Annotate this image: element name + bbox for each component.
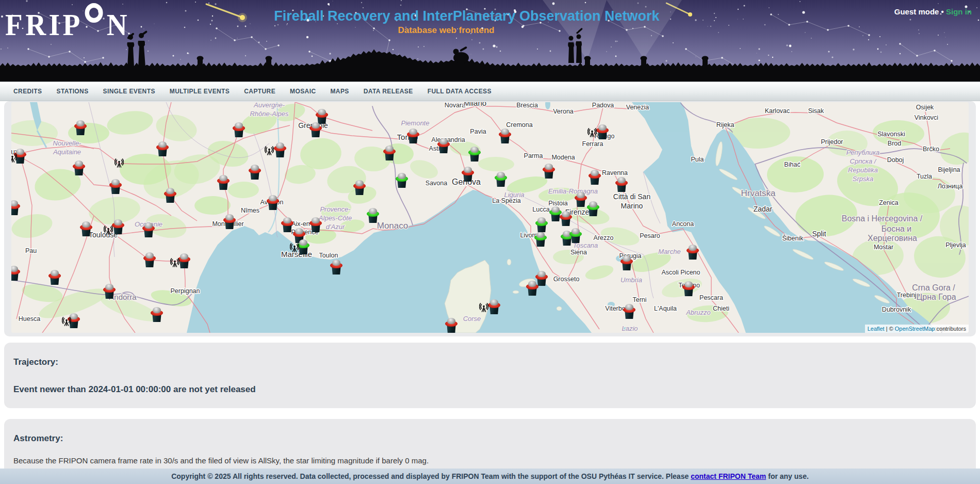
camera-station-marker-red[interactable] — [383, 146, 396, 161]
camera-station-marker-red[interactable] — [80, 221, 92, 237]
camera-station-marker-red[interactable] — [407, 128, 419, 144]
camera-station-marker-green[interactable] — [535, 217, 548, 233]
radio-antenna-marker[interactable] — [265, 146, 274, 156]
camera-station-marker-green[interactable] — [549, 206, 562, 222]
camera-station-marker-red[interactable] — [249, 165, 261, 180]
camera-station-marker-red[interactable] — [112, 219, 124, 235]
map-city-label: Venezia — [626, 104, 649, 111]
openstreetmap-link[interactable]: OpenStreetMap — [895, 326, 935, 332]
camera-station-marker-red[interactable] — [309, 217, 322, 233]
map-city-label: Ferrara — [582, 140, 603, 148]
astrometry-message: Because the FRIPON camera frame rate in … — [13, 456, 967, 465]
camera-station-marker-red[interactable] — [589, 170, 601, 185]
camera-station-marker-red[interactable] — [164, 188, 176, 203]
nav-item-maps[interactable]: MAPS — [323, 88, 356, 95]
camera-station-marker-red[interactable] — [223, 214, 236, 230]
camera-station-marker-green[interactable] — [367, 208, 379, 223]
camera-station-marker-red[interactable] — [274, 142, 286, 158]
camera-station-marker-red[interactable] — [11, 200, 20, 216]
map-city-label: Karlovac — [765, 107, 790, 115]
camera-station-marker-red[interactable] — [687, 245, 699, 260]
radio-antenna-marker[interactable] — [104, 225, 113, 236]
camera-station-marker-red[interactable] — [596, 124, 609, 140]
map-region-label: Srpska — [853, 175, 873, 183]
nav-item-mosaic[interactable]: MOSAIC — [283, 88, 323, 95]
camera-station-marker-red[interactable] — [178, 253, 190, 269]
camera-station-marker-red[interactable] — [575, 192, 587, 207]
camera-station-marker-red[interactable] — [309, 122, 322, 138]
map-city-label: Split — [812, 230, 826, 238]
camera-station-marker-red[interactable] — [74, 120, 87, 136]
nav-item-capture[interactable]: CAPTURE — [237, 88, 283, 95]
camera-station-marker-green[interactable] — [396, 173, 408, 188]
radio-antenna-marker[interactable] — [479, 303, 488, 313]
camera-station-marker-red[interactable] — [353, 180, 366, 196]
camera-station-marker-green[interactable] — [468, 147, 481, 162]
map-city-label: Pistoia — [548, 200, 568, 207]
camera-station-marker-red[interactable] — [462, 167, 474, 182]
camera-station-marker-red[interactable] — [620, 255, 633, 271]
camera-station-marker-red[interactable] — [217, 175, 230, 190]
camera-station-marker-red[interactable] — [156, 141, 169, 157]
camera-station-marker-green[interactable] — [569, 228, 582, 244]
camera-station-marker-red[interactable] — [11, 266, 20, 281]
nav-item-stations[interactable]: STATIONS — [49, 88, 95, 95]
camera-station-marker-red[interactable] — [623, 304, 635, 319]
sign-in-link[interactable]: Sign in — [946, 7, 972, 16]
map-city-label: Mostar — [874, 244, 893, 251]
map-region-label: Emilia-Romagna — [548, 187, 598, 195]
camera-station-marker-red[interactable] — [267, 195, 279, 211]
camera-station-marker-red[interactable] — [682, 281, 695, 297]
footer-text-after: for any use. — [768, 472, 809, 480]
radio-antenna-marker[interactable] — [587, 128, 597, 138]
radio-antenna-marker[interactable] — [62, 317, 71, 327]
camera-station-marker-red[interactable] — [445, 318, 458, 333]
camera-station-marker-red[interactable] — [48, 270, 61, 285]
radio-antenna-marker[interactable] — [115, 158, 124, 169]
camera-station-marker-red[interactable] — [143, 252, 156, 268]
camera-station-marker-green[interactable] — [587, 201, 599, 217]
camera-station-marker-red[interactable] — [543, 164, 555, 179]
map-city-label: Pljevlja — [945, 241, 966, 249]
map-city-label: Pavia — [470, 128, 486, 135]
camera-station-marker-red[interactable] — [73, 160, 85, 176]
camera-station-marker-green[interactable] — [495, 172, 507, 187]
leaflet-map[interactable]: BordeauxToulousePauHuescaPerpignanMontpe… — [11, 102, 969, 333]
camera-station-marker-red[interactable] — [615, 177, 628, 192]
nav-item-multiple-events[interactable]: MULTIPLE EVENTS — [162, 88, 237, 95]
camera-station-marker-red[interactable] — [142, 222, 155, 238]
contact-fripon-link[interactable]: contact FRIPON Team — [691, 472, 766, 480]
map-city-label: Sisak — [808, 107, 824, 115]
map-region-label: Alpes-Côte — [318, 214, 352, 222]
radio-antenna-marker[interactable] — [11, 153, 17, 164]
map-region-label: Provence- — [320, 205, 351, 213]
radio-antenna-marker[interactable] — [170, 258, 179, 268]
camera-station-marker-red[interactable] — [103, 284, 116, 299]
leaflet-link[interactable]: Leaflet — [868, 326, 885, 332]
radio-antenna-marker[interactable] — [290, 243, 299, 253]
nav-item-credits[interactable]: CREDITS — [6, 88, 49, 95]
map-tiles: BordeauxToulousePauHuescaPerpignanMontpe… — [11, 102, 969, 333]
camera-station-marker-red[interactable] — [488, 299, 500, 315]
map-region-label: Aquitaine — [53, 148, 81, 156]
nav-item-single-events[interactable]: SINGLE EVENTS — [96, 88, 162, 95]
camera-station-marker-red[interactable] — [281, 217, 293, 233]
nav-item-full-data-access[interactable]: FULL DATA ACCESS — [420, 88, 499, 95]
trajectory-section: Trajectory: Event newer than 2024-01-01 … — [4, 343, 976, 408]
camera-station-marker-red[interactable] — [437, 138, 450, 154]
map-city-label: L'Aquila — [654, 305, 677, 312]
map-country-label: Hrvatska — [741, 188, 776, 198]
camera-station-marker-red[interactable] — [535, 271, 548, 286]
guest-mode-label: Guest mode — [894, 7, 939, 16]
camera-station-marker-green[interactable] — [534, 232, 547, 247]
camera-station-marker-red[interactable] — [330, 260, 342, 275]
map-city-label: Viterbo — [605, 305, 625, 312]
camera-station-marker-red[interactable] — [233, 122, 245, 138]
map-city-label: Tuzla — [917, 173, 932, 180]
nav-item-data-release[interactable]: DATA RELEASE — [356, 88, 420, 95]
map-country-label: Црна Гора — [916, 293, 956, 301]
map-region-label: Republika — [848, 166, 878, 174]
camera-station-marker-red[interactable] — [499, 128, 511, 144]
camera-station-marker-red[interactable] — [151, 307, 163, 322]
camera-station-marker-red[interactable] — [109, 179, 122, 195]
